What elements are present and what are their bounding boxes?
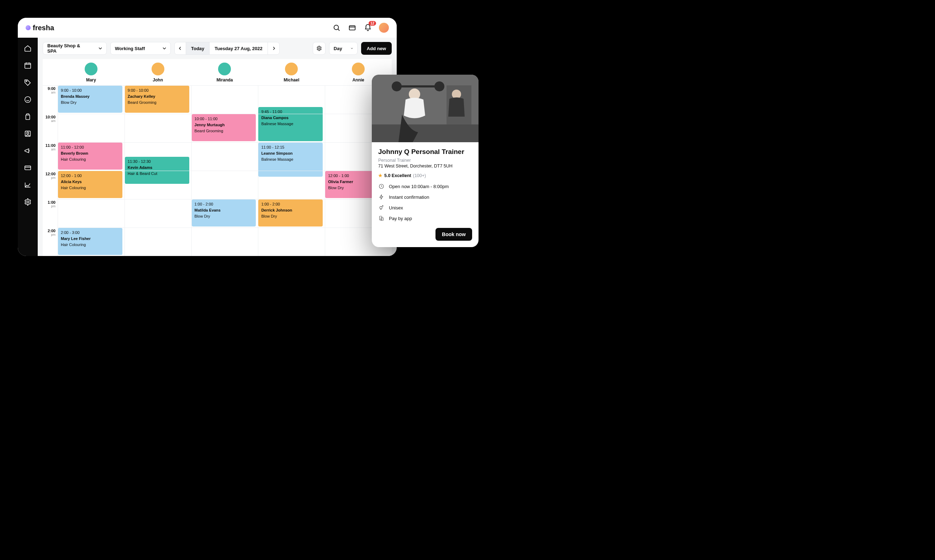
appointment-service: Balinese Massage [261,157,320,162]
appointment-client: Alicia Keys [61,179,120,185]
appointment[interactable]: 11:00 - 12:15Leanne SimpsonBalinese Mass… [258,143,323,177]
appointment-client: Jenny Murtaugh [194,122,253,128]
svg-rect-3 [25,63,31,69]
smile-icon[interactable] [23,95,32,104]
staff-avatar [85,63,97,75]
staff-header-cell[interactable]: John [125,59,191,85]
appointment-client: Mary Lee Fisher [61,236,120,242]
appointment-client: Zachary Kelley [128,94,187,99]
svg-rect-9 [25,166,31,170]
home-icon[interactable] [23,44,32,52]
time-column: 9:00am10:00am11:00am12:00pm1:00pm2:00pm [43,86,58,256]
view-dropdown[interactable]: Day [329,42,358,55]
search-icon[interactable] [332,23,341,32]
staff-name: Miranda [216,77,233,83]
calendar: MaryJohnMirandaMichaelAnnie 9:00am10:00a… [43,59,392,256]
svg-point-18 [392,82,402,91]
next-day-button[interactable] [268,42,279,54]
tag-icon[interactable] [23,78,32,87]
appointment-time: 9:00 - 10:00 [128,88,187,93]
appointment-service: Beard Grooming [128,100,187,105]
chevron-down-icon [99,46,102,50]
staff-name: Michael [284,77,299,83]
payments-icon[interactable] [23,163,32,172]
appointment[interactable]: 2:00 - 3:00Mary Lee FisherHair Colouring [58,228,122,255]
prev-day-button[interactable] [175,42,186,54]
hour-label: 12:00pm [43,171,58,200]
appointment-service: Hair & Beard Cut [128,171,187,176]
staff-filter-dropdown[interactable]: Working Staff [110,42,171,55]
appointment-service: Balinese Massage [261,121,320,126]
staff-header-cell[interactable]: Mary [58,59,125,85]
appointment[interactable]: 11:30 - 12:30Kevin AdamsHair & Beard Cut [125,157,189,184]
chevron-down-icon [163,46,166,50]
staff-header-cell[interactable]: Miranda [191,59,258,85]
feature-unisex: Unisex [378,205,472,211]
chevron-down-icon [351,46,353,50]
notification-badge: 12 [369,21,376,26]
staff-column[interactable]: 9:00 - 10:00Zachary KelleyBeard Grooming… [125,86,191,256]
staff-avatar [151,63,164,75]
rating-score: 5.0 Excellent [384,173,411,178]
appointment[interactable]: 9:00 - 10:00Brenda MasseyBlow Dry [58,86,122,113]
calendar-settings-button[interactable] [313,42,326,55]
svg-point-5 [25,97,31,103]
user-avatar[interactable] [379,23,389,33]
hour-label: 10:00am [43,114,58,143]
calendar-grid: 9:00am10:00am11:00am12:00pm1:00pm2:00pm … [43,85,392,256]
appointment-service: Beard Grooming [194,128,253,134]
analytics-icon[interactable] [23,181,32,189]
appointment[interactable]: 12:00 - 1:00Alicia KeysHair Colouring [58,171,122,198]
svg-point-0 [334,25,339,30]
appointment[interactable]: 11:00 - 12:00Beverly BrownHair Colouring [58,143,122,169]
appointment-time: 9:45 - 11:00 [261,109,320,114]
hour-label: 2:00pm [43,228,58,256]
staff-column[interactable]: 9:45 - 11:00Diana CamposBalinese Massage… [258,86,325,256]
appointment[interactable]: 1:00 - 2:00Derrick JohnsonBlow Dry [258,200,323,226]
products-icon[interactable] [23,112,32,121]
view-dropdown-label: Day [334,46,342,51]
staff-name: John [153,77,163,83]
current-date[interactable]: Tuesday 27 Aug, 2022 [210,42,268,54]
today-button[interactable]: Today [186,42,210,54]
appointment-client: Derrick Johnson [261,208,320,213]
brand-logo-icon [26,25,31,30]
appointment[interactable]: 1:00 - 2:00Matilda EvansBlow Dry [192,200,256,226]
appointment-time: 1:00 - 2:00 [261,202,320,207]
rating-count: (100+) [413,173,426,178]
brand: fresha [26,24,54,32]
book-now-button[interactable]: Book now [435,228,472,241]
settings-icon[interactable] [23,198,32,206]
business-card: Johnny Q Personal Trainer Personal Train… [372,75,478,247]
svg-point-21 [380,206,382,209]
staff-column[interactable]: 10:00 - 11:00Jenny MurtaughBeard Groomin… [191,86,258,256]
appointment[interactable]: 10:00 - 11:00Jenny MurtaughBeard Groomin… [192,114,256,141]
business-photo [372,75,478,142]
appointment-client: Brenda Massey [61,94,120,99]
svg-point-4 [26,81,27,82]
location-dropdown[interactable]: Beauty Shop & SPA [43,42,107,55]
appointment-service: Blow Dry [261,214,320,219]
wallet-icon[interactable] [347,23,357,32]
svg-rect-22 [380,216,382,220]
feature-instant: Instant confirmation [378,194,472,200]
topbar: fresha 12 [18,18,397,38]
megaphone-icon[interactable] [23,146,32,155]
bolt-icon [378,194,384,200]
appointment[interactable]: 9:00 - 10:00Zachary KelleyBeard Grooming [125,86,189,113]
notifications-icon[interactable]: 12 [363,23,372,32]
appointment[interactable]: 9:45 - 11:00Diana CamposBalinese Massage [258,107,323,141]
add-new-button[interactable]: Add new [361,42,392,55]
appointment-client: Beverly Brown [61,151,120,156]
appointment-client: Kevin Adams [128,165,187,170]
calendar-icon[interactable] [23,61,32,70]
staff-header-cell[interactable]: Michael [258,59,325,85]
top-actions: 12 [332,23,389,33]
gear-icon [316,46,322,51]
app-window: fresha 12 [18,18,397,256]
staff-column[interactable]: 9:00 - 10:00Brenda MasseyBlow Dry11:00 -… [58,86,125,256]
svg-line-1 [338,29,339,31]
appointment-time: 2:00 - 3:00 [61,230,120,235]
pay-app-icon [378,215,384,222]
clients-icon[interactable] [23,129,32,138]
